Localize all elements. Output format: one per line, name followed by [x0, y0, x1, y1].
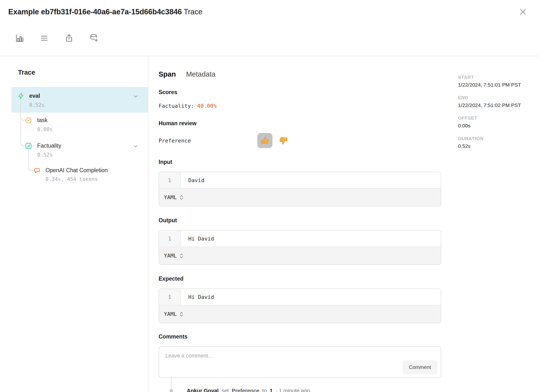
timeline-dot — [170, 389, 173, 392]
expected-format-select[interactable]: YAML — [164, 311, 184, 317]
meta-group-duration: DURATION 0.52s — [458, 136, 539, 149]
activity-to: to — [262, 388, 267, 392]
activity-value: 1 — [270, 388, 273, 392]
meta-value: 0.52s — [458, 143, 539, 149]
add-to-dataset-button[interactable] — [89, 33, 99, 44]
meta-label: START — [458, 75, 539, 80]
line-number: 1 — [159, 231, 181, 247]
close-button[interactable] — [518, 7, 528, 17]
content-area: Trace eval 0.52s task 0.00s — [0, 56, 539, 392]
score-factuality: Factuality: 40.00% — [159, 103, 458, 109]
tree-guide-line — [20, 100, 26, 120]
tree-node-label-eval[interactable]: eval — [29, 93, 40, 99]
tree-node-duration-task: 0.00s — [37, 126, 53, 132]
database-plus-icon — [89, 34, 99, 43]
format-label: YAML — [164, 311, 177, 317]
thumbs-up-icon — [261, 136, 269, 145]
format-label: YAML — [164, 194, 177, 200]
tree-node-label-task[interactable]: task — [37, 117, 47, 124]
input-format-select[interactable]: YAML — [164, 194, 184, 200]
tree-node-label-factuality[interactable]: Factuality — [37, 143, 61, 149]
preference-label: Preference — [159, 138, 257, 144]
thumbs-down-button[interactable] — [276, 133, 291, 148]
trace-tree-panel: Trace eval 0.52s task 0.00s — [0, 56, 148, 392]
input-code[interactable]: David — [181, 172, 441, 188]
select-chevrons-icon — [179, 195, 184, 200]
input-heading: Input — [159, 159, 458, 165]
activity-action: set — [222, 388, 229, 392]
trace-panel-title: Trace — [18, 69, 35, 76]
tree-row-eval[interactable] — [11, 87, 148, 113]
select-chevrons-icon — [179, 253, 184, 259]
expected-code[interactable]: Hi David — [181, 289, 441, 305]
preference-row: Preference — [159, 133, 458, 148]
activity-feed: Ankur Goyal set Preference to 1 · 1 minu… — [159, 378, 441, 392]
span-metadata-panel: START 1/22/2024, 7:51:01 PM PST END 1/22… — [458, 56, 539, 392]
meta-label: END — [458, 95, 539, 100]
meta-group-offset: OFFSET 0.00s — [458, 116, 539, 129]
tab-metadata[interactable]: Metadata — [186, 70, 216, 78]
score-name: Factuality: — [159, 103, 194, 109]
meta-label: OFFSET — [458, 116, 539, 121]
meta-value: 0.00s — [458, 123, 539, 129]
toolbar — [0, 24, 539, 56]
chevron-down-icon[interactable] — [133, 93, 139, 99]
example-id: Example eb7fb31f-016e-40a6-ae7a-15d66b4c… — [8, 8, 182, 16]
expected-heading: Expected — [159, 276, 458, 282]
title-bar: Example eb7fb31f-016e-40a6-ae7a-15d66b4c… — [0, 0, 539, 24]
chart-square-icon — [25, 143, 32, 149]
meta-value: 1/22/2024, 7:51:02 PM PST — [458, 102, 539, 108]
tab-span[interactable]: Span — [159, 70, 176, 78]
lightning-icon — [18, 93, 24, 99]
thumbs-down-icon — [279, 136, 288, 145]
output-format-select[interactable]: YAML — [164, 253, 184, 259]
output-editor: 1 Hi David YAML — [159, 230, 441, 265]
span-detail-panel: Span Metadata Scores Factuality: 40.00% … — [148, 56, 458, 392]
meta-group-start: START 1/22/2024, 7:51:01 PM PST — [458, 75, 539, 88]
tree-node-duration-factuality: 0.52s — [37, 152, 53, 158]
tree-node-duration-eval: 0.52s — [29, 102, 45, 108]
thumbs-up-button[interactable] — [257, 133, 272, 148]
human-review-heading: Human review — [159, 120, 458, 127]
activity-time: · 1 minute ago — [276, 388, 310, 392]
chevron-down-icon[interactable] — [133, 143, 139, 149]
output-code[interactable]: Hi David — [181, 231, 441, 247]
tree-node-duration-openai: 0.34s, 454 tokens — [45, 176, 98, 182]
close-icon — [519, 8, 527, 16]
output-heading: Output — [159, 217, 458, 224]
chat-bubble-icon — [34, 167, 40, 174]
activity-field: Preference — [232, 388, 259, 392]
line-number: 1 — [159, 289, 181, 305]
meta-label: DURATION — [458, 136, 539, 141]
share-button[interactable] — [64, 33, 74, 44]
page-title: Example eb7fb31f-016e-40a6-ae7a-15d66b4c… — [8, 8, 202, 16]
tree-node-label-openai-chat-completion[interactable]: OpenAI Chat Completion — [45, 167, 108, 174]
scores-heading: Scores — [159, 89, 458, 96]
title-suffix: Trace — [184, 8, 202, 16]
activity-entry: Ankur Goyal set Preference to 1 · 1 minu… — [187, 388, 311, 392]
line-number: 1 — [159, 172, 181, 188]
meta-value: 1/22/2024, 7:51:01 PM PST — [458, 82, 539, 88]
comment-box: Comment — [159, 346, 441, 378]
format-label: YAML — [164, 253, 177, 259]
select-chevrons-icon — [179, 311, 184, 317]
share-icon — [64, 34, 74, 43]
comment-submit-button[interactable]: Comment — [403, 360, 437, 374]
comment-input[interactable] — [159, 347, 441, 377]
activity-author: Ankur Goyal — [187, 388, 219, 392]
score-value: 40.00% — [197, 103, 216, 109]
expected-editor: 1 Hi David YAML — [159, 288, 441, 323]
list-view-button[interactable] — [39, 33, 50, 44]
bar-chart-icon — [15, 34, 24, 43]
menu-icon — [40, 34, 49, 43]
meta-group-end: END 1/22/2024, 7:51:02 PM PST — [458, 95, 539, 108]
chart-view-button[interactable] — [14, 33, 25, 44]
input-editor: 1 David YAML — [159, 172, 441, 206]
comments-heading: Comments — [159, 333, 458, 340]
tree-guide-line — [20, 120, 26, 146]
check-circle-icon — [25, 117, 32, 124]
detail-tabs: Span Metadata — [159, 70, 458, 78]
